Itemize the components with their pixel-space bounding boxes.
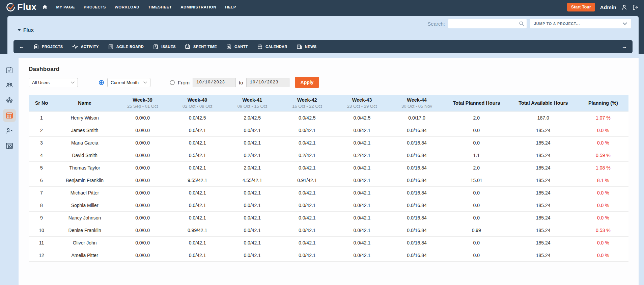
week-cell: 0.0/0.0 <box>115 237 170 249</box>
week-cell: 0.0/42.1 <box>170 237 225 249</box>
tab-projects[interactable]: PROJECTS <box>33 44 63 50</box>
from-date-input[interactable] <box>193 78 236 87</box>
week-cell: 0.0/16.84 <box>389 199 444 212</box>
nav-timesheet[interactable]: TIMESHEET <box>148 5 172 9</box>
sr-cell: 6 <box>29 174 54 187</box>
search-input[interactable] <box>448 19 516 28</box>
newspaper-icon <box>297 44 302 50</box>
clipboard-icon <box>33 44 39 50</box>
col-week-42: Week-4216 Oct - 22 Oct <box>280 95 335 112</box>
nav-my-page[interactable]: MY PAGE <box>56 5 75 9</box>
name-cell: Henry Wilson <box>54 112 115 124</box>
week-cell: 0.0/42.1 <box>335 174 390 187</box>
col-week-44: Week-4430 Oct - 05 Nov <box>389 95 444 112</box>
week-cell: 0.0/42.1 <box>335 237 390 249</box>
user-icon[interactable] <box>621 4 627 10</box>
week-cell: 0.0/42.1 <box>170 137 225 149</box>
calendar-clock-icon <box>185 44 191 50</box>
week-cell: 0.0/0.0 <box>115 149 170 162</box>
tab-news[interactable]: NEWS <box>297 44 317 50</box>
tab-issues[interactable]: ISSUES <box>153 44 176 50</box>
start-tour-button[interactable]: Start Tour <box>567 3 595 11</box>
report-settings-icon[interactable] <box>3 139 16 152</box>
week-cell: 0.0/42.5 <box>170 112 225 124</box>
home-icon[interactable] <box>42 4 48 10</box>
col-total-available: Total Available Hours <box>509 95 578 112</box>
table-row: 4David Smith0.0/0.00.5/42.10.2/42.10.2/4… <box>29 149 628 162</box>
jump-to-project-select[interactable]: JUMP TO A PROJECT... <box>530 19 631 28</box>
tab-activity[interactable]: ACTIVITY <box>72 44 99 49</box>
calendar-icon <box>257 44 263 50</box>
current-user-label[interactable]: Admin <box>600 4 616 10</box>
sr-cell: 5 <box>29 162 54 174</box>
to-date-input[interactable] <box>246 78 289 87</box>
performance-gauge-icon[interactable] <box>3 124 16 137</box>
total-planned-cell: 0.0 <box>444 137 509 149</box>
total-available-cell: 187.0 <box>509 112 578 124</box>
total-planned-cell: 2.0 <box>444 112 509 124</box>
period-select[interactable]: Current Month <box>107 78 150 87</box>
table-row: 2James Smith0.0/0.00.0/42.10.0/42.10.0/4… <box>29 124 628 137</box>
name-cell: Nancy Johnson <box>54 212 115 224</box>
apply-button[interactable]: Apply <box>295 77 319 88</box>
network-icon[interactable] <box>3 94 16 107</box>
nav-workload[interactable]: WORKLOAD <box>115 5 139 9</box>
sr-cell: 11 <box>29 237 54 249</box>
nav-projects[interactable]: PROJECTS <box>84 5 106 9</box>
tab-agile-board[interactable]: AGILE BOARD <box>108 44 144 50</box>
total-available-cell: 185.24 <box>509 212 578 224</box>
table-header-row: Sr No Name Week-3925 Sep - 01 Oct Week-4… <box>29 95 628 112</box>
page-title: Dashboard <box>29 66 628 73</box>
week-cell: 4.55/42.1 <box>225 174 280 187</box>
nav-help[interactable]: HELP <box>225 5 236 9</box>
dashboard-card: Dashboard All Users Current Month From t… <box>19 58 639 285</box>
tabs-scroll-left-icon[interactable]: ← <box>19 44 24 49</box>
content-zone: Dashboard All Users Current Month From t… <box>0 54 644 285</box>
dashboard-grid-icon[interactable] <box>3 109 16 122</box>
logout-icon[interactable] <box>632 4 638 10</box>
nav-administration[interactable]: ADMINISTRATION <box>180 5 216 9</box>
table-row: 3Maria Garcia0.0/0.00.0/42.10.0/42.10.0/… <box>29 137 628 149</box>
planning-cell: 1.08 % <box>578 162 628 174</box>
table-row: 8Sophia Miller0.0/0.00.0/42.10.0/42.10.0… <box>29 199 628 212</box>
total-planned-cell: 0.0 <box>444 237 509 249</box>
week-cell: 0.0/16.84 <box>389 249 444 262</box>
week-cell: 2.0/42.1 <box>225 162 280 174</box>
team-icon[interactable] <box>3 79 16 92</box>
chevron-down-icon <box>143 81 147 84</box>
total-planned-cell: 2.0 <box>444 162 509 174</box>
week-cell: 9.55/42.1 <box>170 174 225 187</box>
all-users-select[interactable]: All Users <box>29 78 78 87</box>
planning-cell: 0.0 % <box>578 199 628 212</box>
flux-logo[interactable]: Flux <box>6 3 37 12</box>
project-title-toggle[interactable]: Flux <box>18 27 34 33</box>
week-cell: 0.0/0.0 <box>115 212 170 224</box>
name-cell: Maria Garcia <box>54 137 115 149</box>
tab-spent-time[interactable]: SPENT TIME <box>185 44 217 50</box>
tabs-scroll-right-icon[interactable]: → <box>622 44 627 49</box>
col-week-39: Week-3925 Sep - 01 Oct <box>115 95 170 112</box>
week-cell: 0.0/42.1 <box>225 237 280 249</box>
project-header-zone: Search: JUMP TO A PROJECT... Flux <box>0 14 644 54</box>
table-row: 6Benjamin Franklin0.0/0.09.55/42.14.55/4… <box>29 174 628 187</box>
week-cell: 0.0/16.84 <box>389 237 444 249</box>
period-value: Current Month <box>111 80 139 85</box>
tab-gantt[interactable]: GANTT <box>226 44 248 50</box>
week-cell: 0.0/42.1 <box>335 212 390 224</box>
planning-table: Sr No Name Week-3925 Sep - 01 Oct Week-4… <box>29 95 628 262</box>
date-range-radio[interactable] <box>170 80 175 85</box>
flux-logo-check-icon <box>6 3 15 12</box>
period-radio[interactable] <box>99 80 104 85</box>
col-total-planned: Total Planned Hours <box>444 95 509 112</box>
week-cell: 0.0/0.0 <box>115 112 170 124</box>
planning-cell: 0.0 % <box>578 124 628 137</box>
week-cell: 0.0/42.1 <box>170 162 225 174</box>
week-cell: 0.0/0.0 <box>115 187 170 199</box>
week-cell: 0.0/42.1 <box>225 224 280 237</box>
search-box <box>448 19 527 28</box>
name-cell: Amelia Pitter <box>54 249 115 262</box>
col-sr-no: Sr No <box>29 95 54 112</box>
tab-calendar[interactable]: CALENDAR <box>257 44 287 50</box>
table-row: 12Amelia Pitter0.0/0.00.0/42.10.0/42.10.… <box>29 249 628 262</box>
calendar-check-icon[interactable] <box>3 63 16 76</box>
